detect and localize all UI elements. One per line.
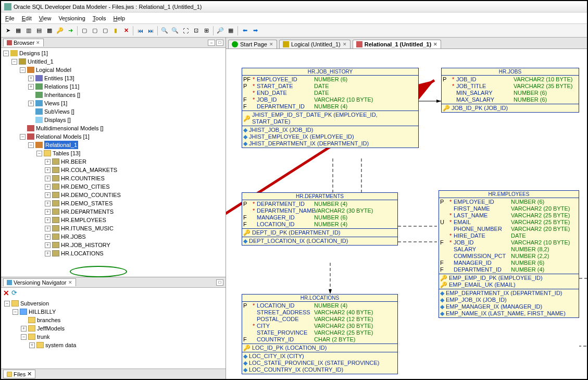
tree-inheritances[interactable]: Inheritances [] bbox=[28, 91, 224, 99]
tab-logical[interactable]: Logical (Untitled_1)✕ bbox=[279, 40, 351, 48]
menu-edit[interactable]: Edit bbox=[22, 15, 32, 21]
find-icon[interactable]: 🔎 bbox=[216, 26, 225, 35]
grid-icon[interactable]: ▩ bbox=[45, 26, 54, 35]
relational-tab-icon bbox=[356, 41, 362, 47]
menu-versioning[interactable]: Versioning bbox=[58, 15, 85, 21]
menu-help[interactable]: Help bbox=[113, 15, 125, 21]
app-icon bbox=[4, 3, 11, 10]
entity-departments[interactable]: HR.DEPARTMENTS P*DEPARTMENT_IDNUMBER (4)… bbox=[242, 192, 398, 246]
diagram-canvas[interactable]: HR.JOB_HISTORY PF*EMPLOYEE_IDNUMBER (6)P… bbox=[226, 49, 587, 379]
tree-relmodels[interactable]: −Relational Models [1] bbox=[20, 132, 224, 141]
tree-table[interactable]: +HR.JOB_HISTORY bbox=[45, 241, 224, 249]
entity-locations[interactable]: HR.LOCATIONS P*LOCATION_IDNUMBER (4)STRE… bbox=[242, 294, 398, 374]
files-panel: Files ✕ bbox=[1, 369, 226, 379]
last-icon[interactable]: ⏭ bbox=[146, 26, 155, 35]
maximize-icon[interactable]: □ bbox=[216, 40, 223, 46]
minimize-icon[interactable]: – bbox=[208, 40, 215, 46]
fit-icon[interactable]: ⛶ bbox=[181, 26, 190, 35]
tree-table[interactable]: +HR.EMPLOYEES bbox=[45, 216, 224, 224]
close-icon[interactable]: ✕ bbox=[343, 42, 347, 47]
key-icon: 🔑 bbox=[243, 345, 251, 351]
close-icon[interactable]: ✕ bbox=[68, 280, 72, 285]
subversion-icon bbox=[11, 300, 19, 307]
tree-table[interactable]: +HR.DEMO_STATES bbox=[45, 199, 224, 207]
tab-relational[interactable]: Relational_1 (Untitled_1)✕ bbox=[353, 40, 441, 48]
relations-icon bbox=[35, 83, 43, 90]
zoomout-icon[interactable]: 🔍 bbox=[170, 26, 180, 35]
maximize-icon[interactable]: □ bbox=[216, 279, 223, 286]
new2-icon[interactable]: ▢ bbox=[90, 26, 99, 35]
fk-icon[interactable]: ➜ bbox=[66, 26, 75, 35]
key-icon[interactable]: 🔑 bbox=[55, 26, 65, 35]
pointer-icon[interactable]: ➤ bbox=[3, 26, 12, 35]
close-icon[interactable]: ✕ bbox=[269, 42, 273, 47]
index-icon: ◆ bbox=[243, 238, 247, 244]
layout-icon[interactable]: ▦ bbox=[226, 26, 235, 35]
tree-displays[interactable]: Displays [] bbox=[28, 116, 224, 124]
tree-logical[interactable]: −Logical Model bbox=[20, 66, 224, 74]
vn-hillbilly[interactable]: −HILLBILLY bbox=[12, 308, 223, 316]
tree-table[interactable]: +HR.DEPARTMENTS bbox=[45, 207, 224, 216]
tree-root[interactable]: −Designs [1] bbox=[3, 49, 224, 57]
versioning-tab[interactable]: Versioning Navigator ✕ bbox=[3, 278, 76, 286]
tab-start[interactable]: Start Page✕ bbox=[228, 40, 277, 48]
index-icon: ◆ bbox=[243, 127, 247, 133]
close-icon[interactable]: ✕ bbox=[36, 40, 40, 45]
tree-table[interactable]: +HR.BEER bbox=[45, 157, 224, 166]
note-icon[interactable]: ▮ bbox=[111, 26, 120, 35]
tree-views[interactable]: +Views [1] bbox=[28, 99, 224, 107]
tree-table[interactable]: +HR.DEMO_CITIES bbox=[45, 182, 224, 191]
relmodels-icon bbox=[27, 133, 34, 140]
tree-table[interactable]: +HR.COUNTRIES bbox=[45, 174, 224, 182]
menu-view[interactable]: View bbox=[39, 15, 52, 21]
tree-table[interactable]: +HR.COLA_MARKETS bbox=[45, 166, 224, 174]
first-icon[interactable]: ⏮ bbox=[135, 26, 145, 35]
key-icon: 🔑 bbox=[443, 105, 450, 112]
table-icon bbox=[52, 209, 59, 215]
vn-trunk[interactable]: −trunk bbox=[21, 333, 223, 341]
new1-icon[interactable]: ▢ bbox=[80, 26, 89, 35]
menu-tools[interactable]: Tools bbox=[93, 15, 106, 21]
next-icon[interactable]: ➡ bbox=[251, 26, 260, 35]
vn-sysdata[interactable]: +system data bbox=[29, 341, 223, 349]
new3-icon[interactable]: ▢ bbox=[101, 26, 110, 35]
tree-multidim[interactable]: Multidimensional Models [] bbox=[20, 124, 224, 132]
index-icon: ◆ bbox=[440, 310, 444, 317]
entity-jobs[interactable]: HR.JOBS P*JOB_IDVARCHAR2 (10 BYTE)*JOB_T… bbox=[441, 68, 579, 113]
browser-tab[interactable]: Browser ✕ bbox=[3, 39, 44, 46]
tree-design[interactable]: −Untitled_1 bbox=[11, 57, 224, 66]
delete-icon[interactable]: ✕ bbox=[121, 26, 131, 35]
split-icon[interactable]: ▤ bbox=[34, 26, 44, 35]
refresh-icon[interactable]: ⟳ bbox=[11, 289, 17, 297]
prev-icon[interactable]: ⬅ bbox=[240, 26, 249, 35]
vn-jeff[interactable]: +JeffModels bbox=[21, 324, 223, 333]
view-icon[interactable]: ▥ bbox=[24, 26, 33, 35]
tree-tables[interactable]: −Tables [13] bbox=[36, 149, 224, 157]
entity-job-history[interactable]: HR.JOB_HISTORY PF*EMPLOYEE_IDNUMBER (6)P… bbox=[242, 68, 419, 148]
files-tab[interactable]: Files ✕ bbox=[3, 370, 35, 378]
document-tabs: Start Page✕ Logical (Untitled_1)✕ Relati… bbox=[226, 38, 587, 49]
browser-tree[interactable]: −Designs [1] −Untitled_1 −Logical Model … bbox=[1, 48, 226, 277]
zoomsel-icon[interactable]: ⊞ bbox=[202, 26, 211, 35]
key-icon: 🔑 bbox=[243, 115, 251, 122]
versioning-tree[interactable]: −Subversion −HILLBILLY branches +JeffMod… bbox=[1, 298, 226, 369]
tree-subviews[interactable]: SubViews [] bbox=[28, 107, 224, 116]
vn-root[interactable]: −Subversion bbox=[4, 299, 223, 308]
tree-rel1[interactable]: −Relational_1 bbox=[28, 141, 224, 149]
tree-table[interactable]: +HR.JOBS bbox=[45, 232, 224, 241]
entity-employees[interactable]: HR.EMPLOYEES P*EMPLOYEE_IDNUMBER (6)FIRS… bbox=[439, 190, 579, 318]
entity-title: HR.LOCATIONS bbox=[242, 295, 397, 302]
zoom100-icon[interactable]: ⊡ bbox=[191, 26, 201, 35]
zoomin-icon[interactable]: 🔍 bbox=[160, 26, 169, 35]
tree-relations[interactable]: +Relations [11] bbox=[28, 82, 224, 91]
tree-table[interactable]: +HR.ITUNES_MUSIC bbox=[45, 224, 224, 232]
tree-table[interactable]: +HR.LOCATIONS bbox=[45, 249, 224, 258]
tree-entities[interactable]: +Entities [13] bbox=[28, 74, 224, 82]
close-icon[interactable]: ✕ bbox=[27, 371, 32, 377]
table-icon[interactable]: ▦ bbox=[14, 26, 23, 35]
menu-file[interactable]: File bbox=[5, 15, 15, 21]
vn-branches[interactable]: branches bbox=[21, 316, 223, 324]
close-icon[interactable]: ✕ bbox=[433, 42, 437, 47]
delete-icon[interactable]: ✕ bbox=[3, 289, 9, 297]
tree-table[interactable]: +HR.DEMO_COUNTIES bbox=[45, 191, 224, 199]
